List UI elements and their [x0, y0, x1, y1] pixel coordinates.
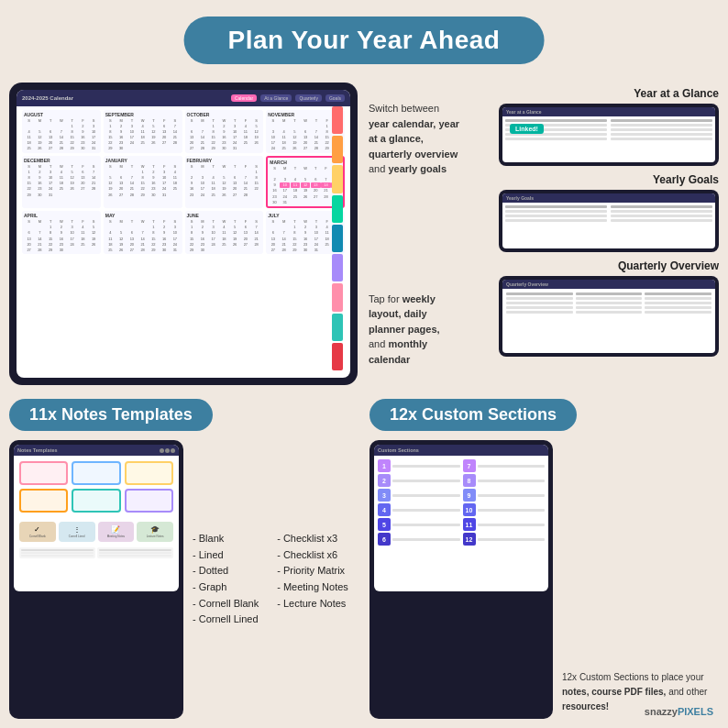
notes-col-2: Checklist x3 Checklist x6 Priority Matri…: [277, 531, 348, 628]
month-december: December SMTWTFS 1234567 891011121314 15…: [22, 156, 101, 208]
year-glance-label: Year at a Glance: [634, 87, 719, 100]
month-june: June SMTWTFS 1234567 891011121314 151617…: [185, 211, 264, 254]
badge-11: 11: [463, 518, 476, 531]
month-september: September SMTWTFS 1234567 891011121314 1…: [104, 110, 182, 153]
custom-num-row-5: 5: [378, 518, 460, 531]
tiny-icon-2: [165, 448, 170, 453]
custom-content-area: Custom Sections 1 2: [370, 440, 719, 719]
notes-list: Blank Lined Dotted Graph Cornell Blank C…: [193, 440, 358, 719]
calendar-nav-tabs: Calendar At a Glance Quarterly Goals: [231, 94, 345, 102]
badge-7: 7: [463, 459, 476, 472]
template-boxes-grid: [14, 456, 179, 518]
note-item-dotted: Dotted: [193, 563, 259, 579]
template-box-pink-1: [19, 461, 68, 485]
main-calendar-tablet: 2024-2025 Calendar Calendar At a Glance …: [9, 83, 358, 385]
icon-box-3: 📝 Meeting Notes: [98, 522, 135, 542]
notes-banner: 11x Notes Templates: [9, 399, 213, 431]
custom-banner: 12x Custom Sections: [370, 399, 577, 431]
custom-num-row-4: 4: [378, 503, 460, 516]
logo-pixels: PIXELS: [678, 706, 713, 717]
custom-sections-section: 12x Custom Sections Custom Sections 1: [370, 399, 719, 719]
mini-preview-area: [14, 546, 179, 560]
custom-num-row-7: 7: [463, 459, 546, 472]
note-item-cornell-blank: Cornell Blank: [193, 596, 259, 612]
custom-num-row-11: 11: [463, 518, 546, 531]
quarterly-content: [502, 289, 715, 317]
notes-two-cols: Blank Lined Dotted Graph Cornell Blank C…: [193, 531, 358, 628]
template-box-purple: [125, 489, 173, 513]
badge-6: 6: [378, 533, 391, 546]
icon-box-1: ✓ Cornell Blank: [19, 522, 56, 542]
note-item-cornell-lined: Cornell Lined: [193, 612, 259, 628]
quarterly-overview-group: Quarterly Overview Quarterly Overview: [499, 259, 719, 357]
template-box-blue: [72, 461, 120, 485]
icon-box-4: 🎓 Lecture Notes: [137, 522, 173, 542]
custom-tablet: Custom Sections 1 2: [370, 440, 553, 719]
annotation-area: Switch betweenyear calendar, yearat a gl…: [369, 83, 488, 385]
yearly-goals-header: Yearly Goals: [502, 193, 715, 203]
note-item-meeting: Meeting Notes: [277, 579, 348, 596]
badge-3: 3: [378, 489, 391, 502]
month-october: October SMTWTFS 12345 6789101112 1314151…: [185, 110, 264, 153]
note-icon: 📝: [111, 525, 120, 534]
month-january: January SMTWTFS 1234 567891011 121314151…: [104, 156, 182, 208]
calendar-title-text: 2024-2025 Calendar: [22, 95, 73, 101]
tiny-icon-3: [171, 448, 175, 453]
year-glance-content: Linked!: [502, 116, 715, 143]
custom-num-row-6: 6: [378, 533, 460, 546]
snazzy-pixels-logo: snazzyPIXELS: [645, 706, 713, 717]
year-glance-tablet: Year at a Glance Linked!: [499, 104, 719, 166]
notes-banner-text: 11x Notes Templates: [29, 405, 193, 424]
custom-right-description: 12x Custom Sections to place your notes,…: [562, 440, 719, 719]
year-glance-header: Year at a Glance: [502, 107, 715, 116]
badge-1: 1: [378, 459, 391, 472]
badge-9: 9: [463, 489, 476, 502]
badge-8: 8: [463, 474, 476, 487]
tiny-icon-1: [160, 448, 164, 453]
calendar-grid: August SMTWTFS 123 45678910 111213141516…: [17, 106, 350, 258]
custom-screen-header: Custom Sections: [374, 445, 548, 456]
note-item-checklist6: Checklist x6: [277, 547, 348, 564]
custom-left-col: 1 2 3 4: [378, 459, 460, 547]
custom-screen-content: 1 2 3 4: [374, 456, 548, 551]
quarterly-overview-label: Quarterly Overview: [618, 259, 719, 272]
grad-icon: 🎓: [150, 525, 160, 534]
quarterly-header: Quarterly Overview: [502, 280, 715, 289]
bottom-section: 11x Notes Templates Notes Templates: [9, 399, 719, 719]
checkmark-icon: ✓: [34, 525, 40, 534]
badge-5: 5: [378, 518, 391, 531]
custom-tablet-screen: Custom Sections 1 2: [374, 445, 548, 591]
quarterly-tablet: Quarterly Overview: [499, 276, 719, 357]
note-item-priority: Priority Matrix: [277, 563, 348, 579]
custom-right-col: 7 8 9 10: [463, 459, 546, 547]
badge-2: 2: [378, 474, 391, 487]
month-august: August SMTWTFS 123 45678910 111213141516…: [22, 110, 101, 153]
color-sidebar-strip: [332, 106, 343, 370]
annotation-tap: Tap for weeklylayout, dailyplanner pages…: [369, 292, 488, 368]
bottom-notes-icons: ✓ Cornell Blank ⋮ Cornell Lined 📝 Meetin…: [14, 518, 179, 546]
nav-tab-goals[interactable]: Goals: [325, 94, 345, 102]
nav-tab-quarterly[interactable]: Quarterly: [295, 94, 322, 102]
nav-tab-glance[interactable]: At a Glance: [260, 94, 292, 102]
mini-preview-2: [97, 547, 173, 558]
custom-num-row-10: 10: [463, 503, 546, 516]
top-section: 2024-2025 Calendar Calendar At a Glance …: [9, 83, 719, 385]
yearly-goals-tablet: Yearly Goals: [499, 190, 719, 252]
note-item-lecture: Lecture Notes: [277, 596, 348, 612]
year-glance-screen: Year at a Glance Linked!: [502, 107, 715, 162]
notes-screen-header: Notes Templates: [14, 445, 179, 456]
custom-num-row-3: 3: [378, 489, 460, 502]
annotation-switch: Switch betweenyear calendar, yearat a gl…: [369, 101, 488, 177]
badge-12: 12: [463, 533, 476, 546]
month-may: May SMTWTFS 123 45678910 11121314151617 …: [104, 211, 182, 254]
nav-tab-calendar[interactable]: Calendar: [231, 94, 257, 102]
linked-badge: Linked!: [510, 124, 544, 134]
custom-banner-text: 12x Custom Sections: [390, 405, 557, 424]
template-box-yellow: [125, 461, 173, 485]
right-tablets-panel: Year at a Glance Year at a Glance Linked…: [499, 83, 719, 385]
custom-num-row-9: 9: [463, 489, 546, 502]
note-item-blank: Blank: [193, 531, 259, 547]
custom-num-row-2: 2: [378, 474, 460, 487]
badge-4: 4: [378, 503, 391, 516]
logo-snazzy: snazzy: [645, 706, 678, 717]
